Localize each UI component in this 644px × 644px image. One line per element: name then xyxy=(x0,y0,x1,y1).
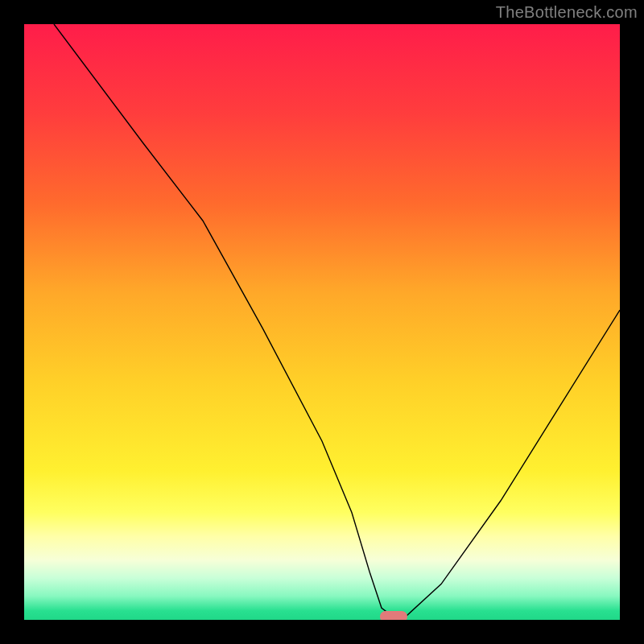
chart-container: TheBottleneck.com xyxy=(0,0,644,644)
plot-area xyxy=(24,24,620,620)
optimal-marker xyxy=(380,611,407,620)
watermark-text: TheBottleneck.com xyxy=(496,3,638,22)
plot-line-layer xyxy=(24,24,620,620)
bottleneck-curve xyxy=(54,24,620,617)
